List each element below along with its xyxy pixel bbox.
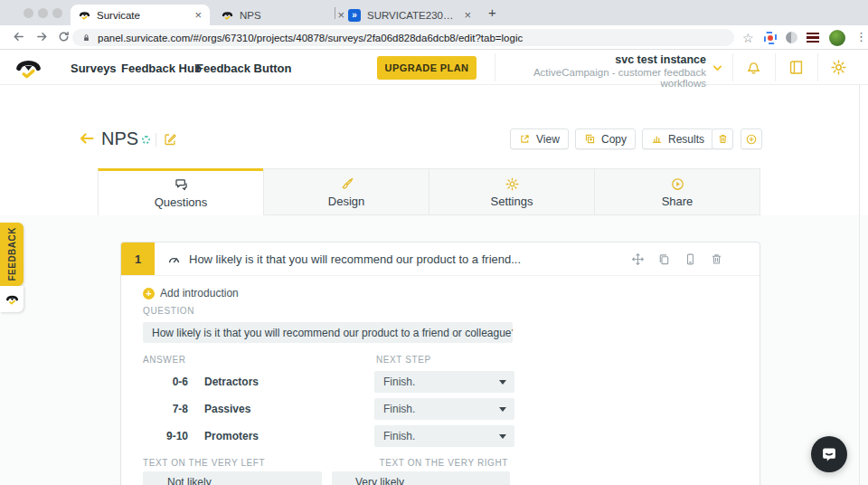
survicate-favicon-icon: [79, 9, 90, 21]
view-button[interactable]: View: [510, 128, 569, 149]
logic-row-passives: 7-8 Passives Finish.: [143, 398, 760, 420]
profile-avatar[interactable]: [829, 30, 845, 46]
settings-gear-icon[interactable]: [830, 59, 847, 76]
answer-range: 0-6: [143, 376, 188, 388]
tab-share-label: Share: [662, 195, 693, 208]
plus-circle-icon: [745, 133, 758, 146]
app-header: Surveys Feedback Hub Feedback Button UPG…: [0, 50, 868, 85]
answer-range: 7-8: [143, 403, 188, 415]
tab-divider: [335, 7, 335, 19]
close-tab-icon[interactable]: ×: [464, 9, 471, 21]
extension-circle-icon[interactable]: [786, 32, 797, 43]
survey-status-icon: [142, 136, 150, 144]
tab-design-label: Design: [328, 195, 364, 208]
next-step-value: Finish.: [383, 430, 415, 442]
back-icon[interactable]: [12, 30, 25, 43]
divider: [732, 53, 733, 81]
caret-down-icon: [499, 380, 506, 388]
forward-icon[interactable]: [35, 30, 49, 43]
results-button[interactable]: Results: [642, 128, 713, 149]
extension-record-icon[interactable]: [764, 32, 777, 44]
browser-menu-icon[interactable]: ⋮: [855, 30, 867, 43]
nps-gauge-icon: [167, 252, 181, 266]
tab-questions[interactable]: Questions: [98, 168, 264, 215]
next-step-value: Finish.: [383, 403, 415, 415]
tab-settings[interactable]: Settings: [429, 168, 595, 215]
scrollbar[interactable]: [859, 85, 860, 485]
tab-share[interactable]: Share: [594, 168, 760, 215]
survey-title: NPS: [101, 128, 138, 149]
more-actions-button[interactable]: [741, 128, 762, 149]
edit-pencil-icon[interactable]: [163, 132, 177, 147]
phone-preview-icon[interactable]: [684, 252, 697, 266]
delete-survey-button[interactable]: [712, 128, 733, 149]
upgrade-plan-button[interactable]: UPGRADE PLAN: [377, 56, 476, 80]
plus-icon: +: [143, 288, 155, 300]
nav-feedback-hub[interactable]: Feedback Hub: [121, 62, 202, 75]
back-arrow-icon[interactable]: [79, 131, 95, 146]
divider: [817, 53, 818, 81]
feedback-widget-logo[interactable]: [0, 286, 24, 312]
new-tab-button[interactable]: +: [488, 5, 496, 20]
text-left-label: TEXT ON THE VERY LEFT: [143, 458, 265, 468]
divider: [775, 53, 776, 81]
knowledge-book-icon[interactable]: [788, 59, 805, 76]
question-text-input[interactable]: [143, 322, 513, 343]
next-step-dropdown[interactable]: Finish.: [374, 371, 514, 393]
workspace-switcher[interactable]: svc test instance ActiveCampaign - custo…: [502, 53, 706, 89]
gear-icon: [505, 176, 520, 192]
caret-down-icon: [499, 434, 506, 442]
nav-surveys[interactable]: Surveys: [71, 62, 117, 75]
feedback-widget-label: FEEDBACK: [7, 227, 17, 281]
duplicate-icon[interactable]: [657, 252, 671, 266]
reload-icon[interactable]: [57, 30, 71, 43]
browser-tabstrip: Survicate × NPS × » SURVICATE23015 Email…: [0, 0, 868, 25]
answer-name: Promoters: [204, 430, 259, 442]
divider: [495, 53, 495, 81]
question-number-badge: 1: [121, 242, 155, 275]
notifications-bell-icon[interactable]: [745, 59, 762, 76]
feedback-widget-tab[interactable]: FEEDBACK: [0, 223, 24, 286]
browser-tab-title: NPS: [240, 10, 331, 21]
instance-name: svc test instance: [502, 53, 706, 66]
browser-tab-title: Survicate: [97, 10, 188, 21]
move-icon[interactable]: [631, 252, 645, 266]
browser-tab-survicate[interactable]: Survicate ×: [71, 5, 210, 25]
browser-tab-nps[interactable]: NPS ×: [213, 5, 353, 25]
next-step-dropdown[interactable]: Finish.: [374, 398, 514, 420]
nav-feedback-button[interactable]: Feedback Button: [196, 62, 291, 75]
view-button-label: View: [536, 133, 560, 146]
copy-button-label: Copy: [601, 133, 627, 146]
play-circle-icon: [670, 176, 685, 192]
extension-bars-icon[interactable]: [807, 33, 819, 43]
text-right-input[interactable]: [332, 471, 510, 485]
tab-design[interactable]: Design: [263, 168, 429, 215]
window-close-button[interactable]: [24, 8, 33, 18]
copy-plus-icon: [584, 133, 596, 145]
answer-column-label: ANSWER: [143, 355, 186, 365]
window-zoom-button[interactable]: [52, 8, 62, 18]
browser-tab-email-marketing[interactable]: » SURVICATE23015 Email Marketi ×: [340, 5, 479, 25]
question-card-header[interactable]: 1 How likely is it that you will recomme…: [121, 242, 760, 276]
results-button-label: Results: [668, 133, 704, 146]
survey-tabs: Questions Design Settings Share: [98, 168, 760, 215]
lock-icon: [81, 33, 91, 43]
paintbrush-icon: [339, 176, 354, 192]
close-tab-icon[interactable]: ×: [194, 9, 202, 21]
text-left-input[interactable]: [143, 471, 322, 485]
chat-launcher-button[interactable]: [811, 436, 847, 472]
trash-icon[interactable]: [710, 252, 723, 266]
bar-chart-icon: [651, 133, 663, 145]
next-step-dropdown[interactable]: Finish.: [374, 425, 514, 447]
bookmark-star-icon[interactable]: ☆: [742, 31, 754, 45]
copy-button[interactable]: Copy: [575, 128, 636, 149]
question-card: 1 How likely is it that you will recomme…: [120, 242, 760, 485]
window-minimize-button[interactable]: [38, 8, 48, 18]
url-field[interactable]: panel.survicate.com/#/orgs/67310/project…: [72, 29, 734, 46]
caret-down-icon: [499, 407, 506, 415]
survicate-logo[interactable]: [14, 53, 42, 81]
chevron-down-icon[interactable]: [712, 62, 723, 74]
next-step-column-label: NEXT STEP: [376, 355, 431, 365]
add-introduction-button[interactable]: + Add introduction: [143, 287, 239, 300]
external-link-icon: [519, 133, 531, 145]
